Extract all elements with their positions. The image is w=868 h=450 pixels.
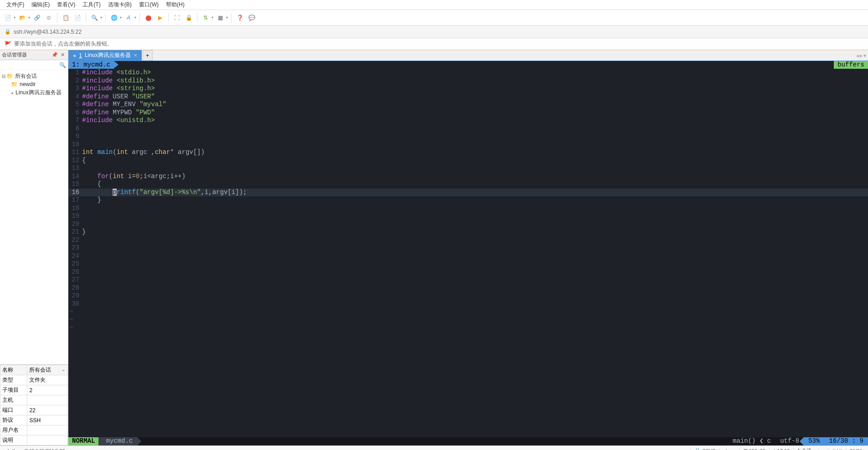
flag-icon: 🚩 bbox=[5, 41, 11, 47]
menu-edit[interactable]: 编辑(E) bbox=[28, 0, 53, 10]
vim-filename: mycmd.c bbox=[98, 437, 137, 445]
status-cap: CAP bbox=[828, 448, 846, 450]
table-row[interactable]: 子项目2 bbox=[0, 385, 68, 395]
tab-menu-icon[interactable]: ▾ bbox=[863, 52, 866, 59]
tab-prev-icon[interactable]: ◂ bbox=[856, 52, 859, 59]
menu-tabs[interactable]: 选项卡(B) bbox=[104, 0, 135, 10]
separator bbox=[168, 13, 169, 22]
table-row[interactable]: 主机 bbox=[0, 395, 68, 405]
session-manager-panel: 会话管理器 📌 ✕ 🔍 ⊟ 📁 所有会话 📁 newdir ⬥ Linux腾讯云… bbox=[0, 50, 68, 445]
folder-icon: 📁 bbox=[11, 81, 18, 87]
disconnect-icon[interactable]: ⊘ bbox=[44, 13, 54, 23]
search-icon[interactable]: 🔍 bbox=[59, 62, 66, 68]
menu-help[interactable]: 帮助(H) bbox=[162, 0, 188, 10]
status-bar: ssh://wyn@43.143.224.5:22 🔒SSH2 xterm ⊞ … bbox=[0, 445, 868, 450]
terminal[interactable]: 1: mycmd.c buffers 123456789101112131415… bbox=[68, 61, 868, 445]
tree-root-label: 所有会话 bbox=[15, 72, 37, 80]
menu-file[interactable]: 文件(F) bbox=[3, 0, 28, 10]
hint-bar: 🚩 要添加当前会话，点击左侧的箭头按钮。 bbox=[0, 38, 868, 50]
table-row[interactable]: 协议SSH bbox=[0, 415, 68, 425]
status-address: ssh://wyn@43.143.224.5:22 bbox=[3, 448, 690, 450]
sidebar-search-row: 🔍 bbox=[0, 60, 68, 70]
status-cursor: ⌖ 17,13 bbox=[769, 448, 794, 450]
session-icon: ⬥ bbox=[11, 90, 14, 95]
lock-icon: 🔒 bbox=[694, 448, 701, 450]
ruler-icon: ⊞ bbox=[744, 448, 748, 450]
hint-text: 要添加当前会话，点击左侧的箭头按钮。 bbox=[14, 40, 113, 48]
tab-label: Linux腾讯云服务器 bbox=[85, 51, 131, 59]
minus-icon[interactable]: − bbox=[822, 448, 824, 450]
buffer-tab[interactable]: 1: mycmd.c bbox=[68, 61, 114, 69]
find-icon[interactable]: 🔍 bbox=[89, 13, 99, 23]
script-icon[interactable]: ▶ bbox=[155, 13, 165, 23]
vim-function: main() ❮ c bbox=[728, 437, 775, 445]
paste-icon[interactable]: 📄 bbox=[72, 13, 83, 23]
tree-root[interactable]: ⊟ 📁 所有会话 bbox=[1, 72, 67, 80]
separator bbox=[231, 13, 232, 22]
sidebar-header: 会话管理器 📌 ✕ bbox=[0, 50, 68, 60]
code-area: 1234567891011121314151617181920212223242… bbox=[68, 69, 868, 308]
tilde-area: ~~~ bbox=[68, 308, 868, 332]
lock-icon: 🔒 bbox=[5, 29, 11, 35]
table-row[interactable]: 类型文件夹 bbox=[0, 375, 68, 385]
menu-tools[interactable]: 工具(T) bbox=[79, 0, 104, 10]
transfer-icon[interactable]: ⇅ bbox=[201, 13, 211, 23]
terminal-icon[interactable]: ▦ bbox=[215, 13, 225, 23]
editor-area: ● 1 Linux腾讯云服务器 ✕ + ◂ ▸ ▾ 1: mycmd.c buf… bbox=[68, 50, 868, 445]
fullscreen-icon[interactable]: ⛶ bbox=[172, 13, 182, 23]
code-content[interactable]: #include <stdio.h>#include <stdlib.h>#in… bbox=[82, 69, 868, 308]
table-row[interactable]: 端口22 bbox=[0, 405, 68, 415]
new-session-icon[interactable]: 📄 bbox=[3, 13, 13, 23]
status-num: NUM bbox=[846, 448, 865, 450]
chevron-up-icon: ▴ bbox=[813, 448, 816, 450]
line-gutter: 1234567891011121314151617181920212223242… bbox=[68, 69, 82, 308]
tree-item-newdir[interactable]: 📁 newdir bbox=[1, 80, 67, 88]
menu-window[interactable]: 窗口(W) bbox=[135, 0, 162, 10]
properties-grid: 名称 所有会话 ⌄ 类型文件夹子项目2主机端口22协议SSH用户名说明 bbox=[0, 364, 68, 445]
collapse-icon[interactable]: ⊟ bbox=[1, 74, 6, 79]
buffer-header: 1: mycmd.c buffers bbox=[68, 61, 868, 69]
reconnect-icon[interactable]: 🔗 bbox=[32, 13, 42, 23]
copy-icon[interactable]: 📋 bbox=[61, 13, 71, 23]
table-row[interactable]: 用户名 bbox=[0, 425, 68, 435]
status-sessions[interactable]: 1 会话 ▴ + − bbox=[793, 447, 828, 450]
globe-icon[interactable]: 🌐 bbox=[109, 13, 119, 23]
tab-linux-server[interactable]: ● 1 Linux腾讯云服务器 ✕ bbox=[68, 50, 142, 61]
vim-position: 16/30 : 9 bbox=[824, 437, 868, 445]
tab-add-button[interactable]: + bbox=[143, 50, 153, 61]
pin-icon[interactable]: 📌 bbox=[50, 52, 59, 58]
close-icon[interactable]: ✕ bbox=[59, 52, 66, 58]
lock-icon[interactable]: 🔒 bbox=[184, 13, 194, 23]
separator bbox=[57, 13, 57, 22]
menu-bar: 文件(F) 编辑(E) 查看(V) 工具(T) 选项卡(B) 窗口(W) 帮助(… bbox=[0, 0, 868, 10]
font-icon[interactable]: A bbox=[124, 13, 134, 23]
open-icon[interactable]: 📂 bbox=[17, 13, 27, 23]
tab-indicator: ● bbox=[73, 52, 76, 59]
folder-icon: 📁 bbox=[6, 73, 13, 79]
separator bbox=[86, 13, 86, 22]
tab-next-icon[interactable]: ▸ bbox=[860, 52, 863, 59]
props-header-value[interactable]: 所有会话 ⌄ bbox=[27, 365, 68, 375]
table-row[interactable]: 说明 bbox=[0, 435, 68, 445]
buffers-label: buffers bbox=[834, 61, 868, 69]
tree-item-linux-server[interactable]: ⬥ Linux腾讯云服务器 bbox=[1, 88, 67, 97]
status-ssh: 🔒SSH2 bbox=[690, 448, 719, 450]
menu-view[interactable]: 查看(V) bbox=[53, 0, 79, 10]
address-bar[interactable]: 🔒 ssh://wyn@43.143.224.5:22 bbox=[0, 26, 868, 38]
chat-icon[interactable]: 💬 bbox=[247, 13, 257, 23]
tab-close-icon[interactable]: ✕ bbox=[134, 53, 137, 58]
vim-mode: NORMAL bbox=[68, 437, 98, 445]
separator bbox=[197, 13, 197, 22]
separator bbox=[105, 13, 106, 22]
props-header-name[interactable]: 名称 bbox=[0, 365, 27, 375]
tab-index: 1 bbox=[79, 52, 82, 59]
vim-statusline: NORMAL mycmd.c main() ❮ c utf-8 53% 16/3… bbox=[68, 437, 868, 445]
sidebar-title: 会话管理器 bbox=[2, 51, 27, 58]
tree-item-label: Linux腾讯云服务器 bbox=[16, 89, 62, 97]
main-area: 会话管理器 📌 ✕ 🔍 ⊟ 📁 所有会话 📁 newdir ⬥ Linux腾讯云… bbox=[0, 50, 868, 445]
record-icon[interactable]: ⬤ bbox=[143, 13, 153, 23]
plus-icon[interactable]: + bbox=[817, 448, 820, 450]
help-icon[interactable]: ❓ bbox=[235, 13, 245, 23]
tree-item-label: newdir bbox=[20, 81, 36, 87]
session-tree[interactable]: ⊟ 📁 所有会话 📁 newdir ⬥ Linux腾讯云服务器 bbox=[0, 70, 68, 364]
